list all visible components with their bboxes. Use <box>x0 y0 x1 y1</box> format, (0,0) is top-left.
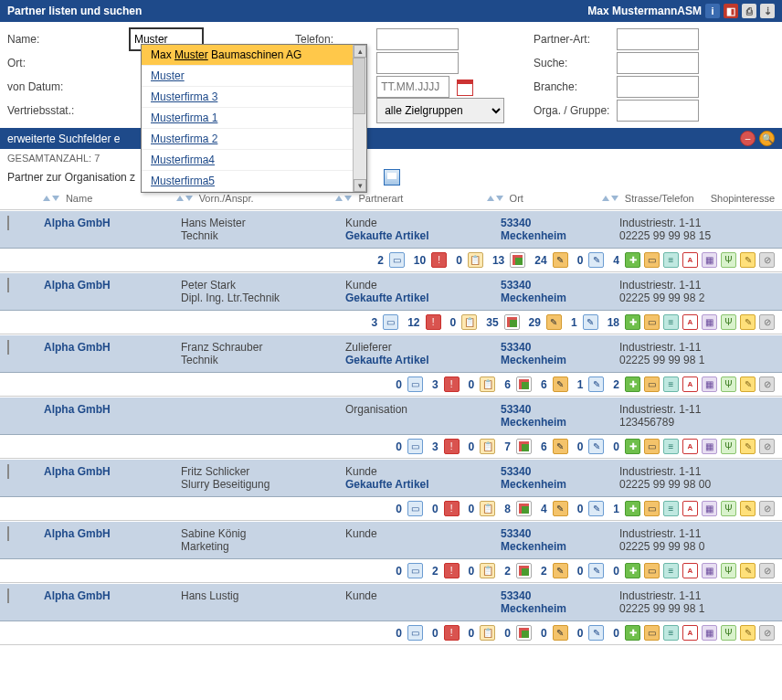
image-icon[interactable]: ▭ <box>407 563 423 578</box>
row-checkbox[interactable] <box>7 526 9 541</box>
fork-icon[interactable]: Ψ <box>721 625 736 641</box>
alert-icon[interactable]: ! <box>444 625 460 641</box>
grid-icon[interactable]: ▦ <box>702 252 717 268</box>
image-icon[interactable]: ▭ <box>389 252 405 268</box>
add-icon[interactable]: ✚ <box>625 377 640 392</box>
pdf-icon[interactable]: A <box>682 501 698 516</box>
calendar-icon[interactable] <box>457 80 473 96</box>
book-icon[interactable]: ▭ <box>644 563 660 578</box>
book-icon[interactable]: ▭ <box>644 625 660 641</box>
dropdown-scrollbar[interactable]: ▴ ▾ <box>353 45 366 192</box>
branche-input[interactable] <box>617 76 699 98</box>
fork-icon[interactable]: Ψ <box>721 501 736 516</box>
row-checkbox[interactable] <box>7 589 9 603</box>
alert-icon[interactable]: ! <box>431 252 447 268</box>
alert-icon[interactable]: ! <box>426 314 441 330</box>
fork-icon[interactable]: Ψ <box>721 563 736 578</box>
col-vorn[interactable]: Vorn./Anspr. <box>199 193 254 204</box>
disable-icon[interactable]: ⊘ <box>759 439 775 454</box>
note-icon[interactable]: ✎ <box>553 252 568 268</box>
company-link[interactable]: Alpha GmbH <box>44 341 111 354</box>
collapse-icon[interactable]: – <box>740 131 756 146</box>
image-icon[interactable]: ▭ <box>407 377 423 392</box>
company-link[interactable]: Alpha GmbH <box>44 279 111 292</box>
add-icon[interactable]: ✚ <box>625 501 640 516</box>
edit-icon[interactable]: ✎ <box>588 625 604 641</box>
pdf-icon[interactable]: A <box>682 563 698 578</box>
alert-icon[interactable]: ! <box>444 501 460 516</box>
sort-asc-icon[interactable] <box>176 196 184 201</box>
clipboard-icon[interactable]: 📋 <box>480 439 495 454</box>
autocomplete-item[interactable]: Musterfirma4 <box>142 150 366 171</box>
grid-icon[interactable]: ▦ <box>702 501 717 516</box>
alert-icon[interactable]: ◧ <box>724 4 738 18</box>
sort-asc-icon[interactable] <box>487 196 494 201</box>
save-icon[interactable] <box>384 169 400 186</box>
book-icon[interactable]: ▭ <box>644 501 660 516</box>
card-icon[interactable]: ≡ <box>663 563 679 578</box>
pencil-icon[interactable]: ✎ <box>740 501 756 516</box>
pencil-icon[interactable]: ✎ <box>740 252 756 268</box>
bought-articles-link[interactable]: Gekaufte Artikel <box>345 229 501 242</box>
info-icon[interactable]: i <box>705 4 720 18</box>
col-partnerart[interactable]: Partnerart <box>358 193 403 204</box>
alert-icon[interactable]: ! <box>444 377 460 392</box>
grid-icon[interactable]: ▦ <box>702 439 717 454</box>
telefon-input[interactable] <box>376 28 459 50</box>
note-icon[interactable]: ✎ <box>553 439 568 454</box>
sort-desc-icon[interactable] <box>185 196 193 201</box>
pdf-icon[interactable]: A <box>682 252 698 268</box>
sort-desc-icon[interactable] <box>344 196 352 201</box>
fork-icon[interactable]: Ψ <box>721 439 736 454</box>
note-icon[interactable]: ✎ <box>553 563 568 578</box>
note-icon[interactable]: ✎ <box>546 314 562 330</box>
datum-input[interactable] <box>376 76 449 98</box>
scroll-thumb[interactable] <box>353 58 365 114</box>
card-icon[interactable]: ≡ <box>663 439 679 454</box>
company-link[interactable]: Alpha GmbH <box>44 217 111 229</box>
alert-icon[interactable]: ! <box>444 563 460 578</box>
row-checkbox[interactable] <box>7 216 9 230</box>
autocomplete-item[interactable]: Musterfirma 1 <box>142 108 366 129</box>
sort-desc-icon[interactable] <box>611 196 618 201</box>
autocomplete-item[interactable]: Max Muster Baumaschinen AG <box>142 45 366 66</box>
pdf-icon[interactable]: A <box>682 314 698 330</box>
company-link[interactable]: Alpha GmbH <box>44 403 111 416</box>
grid-icon[interactable]: ▦ <box>702 314 717 330</box>
pencil-icon[interactable]: ✎ <box>740 563 756 578</box>
autocomplete-item[interactable]: Musterfirma5 <box>142 171 366 192</box>
sort-asc-icon[interactable] <box>335 196 343 201</box>
cube-icon[interactable] <box>516 439 532 454</box>
edit-icon[interactable]: ✎ <box>588 501 604 516</box>
row-checkbox[interactable] <box>7 278 9 292</box>
note-icon[interactable]: ✎ <box>553 501 568 516</box>
scroll-up-icon[interactable]: ▴ <box>354 45 366 58</box>
company-link[interactable]: Alpha GmbH <box>44 527 111 540</box>
note-icon[interactable]: ✎ <box>553 625 568 641</box>
note-icon[interactable]: ✎ <box>553 377 568 392</box>
add-icon[interactable]: ✚ <box>625 314 640 330</box>
pdf-icon[interactable]: A <box>682 625 698 641</box>
bought-articles-link[interactable]: Gekaufte Artikel <box>345 478 501 491</box>
sort-asc-icon[interactable] <box>602 196 609 201</box>
clipboard-icon[interactable]: 📋 <box>480 563 495 578</box>
disable-icon[interactable]: ⊘ <box>759 377 775 392</box>
scroll-down-icon[interactable]: ▾ <box>354 179 366 192</box>
grid-icon[interactable]: ▦ <box>702 625 717 641</box>
edit-icon[interactable]: ✎ <box>583 314 598 330</box>
clipboard-icon[interactable]: 📋 <box>480 501 495 516</box>
alert-icon[interactable]: ! <box>444 439 460 454</box>
fork-icon[interactable]: Ψ <box>721 252 736 268</box>
clipboard-icon[interactable]: 📋 <box>468 252 483 268</box>
cube-icon[interactable] <box>516 377 532 392</box>
pencil-icon[interactable]: ✎ <box>740 625 756 641</box>
print-icon[interactable]: ⎙ <box>742 4 756 18</box>
card-icon[interactable]: ≡ <box>663 252 679 268</box>
pencil-icon[interactable]: ✎ <box>740 314 756 330</box>
company-link[interactable]: Alpha GmbH <box>44 589 111 602</box>
edit-icon[interactable]: ✎ <box>588 439 604 454</box>
zielgruppe-select[interactable]: alle Zielgruppen <box>376 98 504 123</box>
cube-icon[interactable] <box>516 501 532 516</box>
cube-icon[interactable] <box>516 625 532 641</box>
book-icon[interactable]: ▭ <box>644 439 660 454</box>
